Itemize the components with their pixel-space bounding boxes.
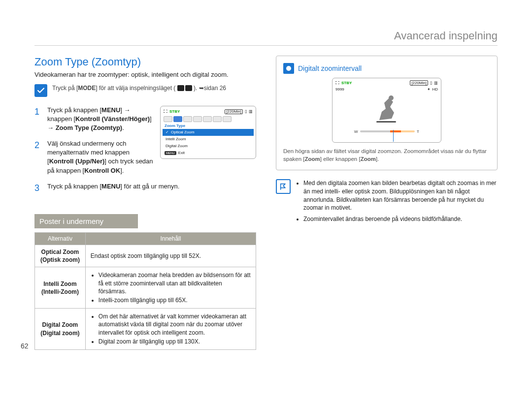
submenu-table: Alternativ Innehåll Optical Zoom (Optisk…: [34, 232, 256, 350]
mode-icons: [177, 85, 192, 91]
arrow-icon: →: [124, 106, 131, 114]
check-icon: [34, 84, 47, 97]
menu-tabs: [163, 115, 254, 123]
note-icon: [276, 179, 291, 194]
card-icon: ▯: [430, 81, 432, 85]
step-number: 3: [34, 182, 41, 194]
cell-content: Om det här alternativet är valt kommer v…: [85, 309, 256, 350]
step-body: Välj önskad undermeny och menyalternativ…: [47, 139, 155, 175]
mode-tip: Tryck på [MODE] för att välja inspelning…: [34, 84, 256, 97]
page-number: 62: [21, 342, 29, 350]
skater-silhouette-icon: [369, 93, 404, 129]
notes: Med den digitala zoomen kan bilden bearb…: [276, 179, 498, 226]
panel-caption: Den högra sidan av fältet visar digital …: [283, 148, 490, 163]
step-number: 2: [34, 139, 41, 175]
photo-mode-icon: [185, 85, 192, 91]
digital-zoom-panel: Digitalt zoomintervall ⛶ STBY [220Min] ▯…: [276, 56, 498, 170]
section-title: Zoom Type (Zoomtyp): [34, 56, 256, 68]
step-3: 3 Tryck på knappen [MENU] för att gå ur …: [34, 182, 256, 194]
battery-icon: ▥: [249, 110, 253, 114]
stby-label: STBY: [169, 110, 180, 114]
lens-icon: [283, 63, 294, 74]
time-remaining: [220Min]: [410, 80, 428, 86]
table-row: Optical Zoom (Optisk zoom) Endast optisk…: [35, 245, 256, 267]
th-alternativ: Alternativ: [35, 233, 86, 245]
step-body: Tryck på knappen [MENU] → knappen [Kontr…: [47, 106, 155, 133]
note-item: Zoomintervallet ändras beroende på video…: [303, 215, 498, 223]
tele-label: T: [415, 129, 421, 134]
arrow-icon: →: [47, 124, 54, 131]
quality-icon: ✦: [427, 87, 431, 92]
menu-item-intelli: Intelli Zoom: [163, 136, 254, 143]
hd-label: HD: [432, 87, 438, 92]
shot-count: 9999: [335, 87, 344, 92]
submenu-heading: Poster i undermeny: [34, 214, 138, 228]
zoom-scale: W T: [352, 129, 421, 133]
cell-content: Endast optisk zoom tillgänglig upp till …: [85, 245, 256, 267]
svg-rect-1: [376, 121, 396, 123]
stby-label: STBY: [341, 81, 352, 85]
table-row: Intelli Zoom (Intelli-Zoom) Videokameran…: [35, 267, 256, 309]
check-mark-icon: ✓: [166, 130, 169, 134]
table-row: Digital Zoom (Digital zoom) Om det här a…: [35, 309, 256, 350]
intro-text: Videokameran har tre zoomtyper: optisk, …: [34, 70, 256, 79]
camera-icon: ⛶: [335, 81, 339, 85]
callout-line-icon: [393, 130, 394, 142]
menu-item-optical: ✓ Optical Zoom: [163, 129, 254, 136]
th-innehall: Innehåll: [85, 233, 256, 245]
menu-item-digital: Digital Zoom: [163, 143, 254, 150]
zoom-screenshot: ⛶ STBY [220Min] ▯ ▥ 9999 ✦ HD: [332, 78, 441, 143]
step-1: 1 Tryck på knappen [MENU] → knappen [Kon…: [34, 106, 155, 133]
cell-name: Digital Zoom (Digital zoom): [35, 309, 86, 350]
video-mode-icon: [177, 85, 184, 91]
wide-label: W: [352, 129, 360, 134]
breadcrumb: Avancerad inspelning: [34, 30, 498, 46]
battery-icon: ▥: [434, 81, 438, 85]
time-remaining: [220Min]: [225, 109, 243, 114]
menu-chip: MENU: [165, 151, 176, 155]
svg-point-0: [389, 95, 394, 100]
mode-tip-text: Tryck på [MODE] för att välja inspelning…: [52, 84, 226, 93]
note-item: Med den digitala zoomen kan bilden bearb…: [303, 179, 498, 212]
cell-name: Intelli Zoom (Intelli-Zoom): [35, 267, 86, 309]
step-number: 1: [34, 106, 41, 133]
menu-screenshot: ⛶ STBY [220Min] ▯ ▥ Zoom Type ✓ Optical …: [160, 106, 256, 159]
menu-heading: Zoom Type: [163, 123, 254, 129]
step-2: 2 Välj önskad undermeny och menyalternat…: [34, 139, 155, 175]
camera-icon: ⛶: [164, 110, 167, 114]
cell-content: Videokameran zoomar hela bredden av bild…: [85, 267, 256, 309]
cell-name: Optical Zoom (Optisk zoom): [35, 245, 86, 267]
panel-title: Digitalt zoomintervall: [298, 64, 362, 72]
card-icon: ▯: [245, 110, 247, 114]
step-body: Tryck på knappen [MENU] för att gå ur me…: [47, 182, 256, 194]
notes-body: Med den digitala zoomen kan bilden bearb…: [296, 179, 498, 226]
menu-exit: MENU Exit: [163, 150, 254, 156]
